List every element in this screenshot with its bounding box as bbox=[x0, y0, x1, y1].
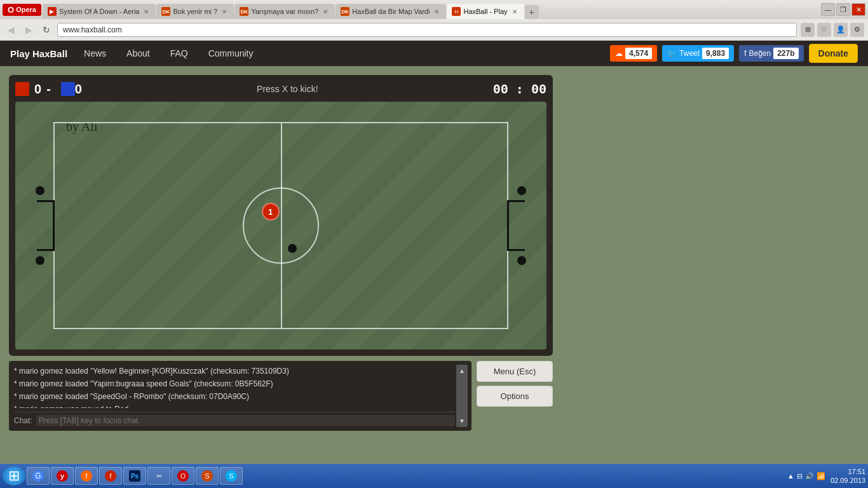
chat-message-3: * mario gomez loaded "SpeedGol - RPombo"… bbox=[14, 390, 466, 403]
minimize-button[interactable]: — bbox=[821, 3, 835, 16]
tab-haxplay[interactable]: H HaxBall - Play ✕ bbox=[447, 4, 524, 19]
maximize-button[interactable]: ❐ bbox=[836, 3, 850, 16]
tab-bok[interactable]: DK Bok yenir mi ? ✕ bbox=[156, 4, 234, 19]
ps-icon: Ps bbox=[129, 470, 140, 482]
taskbar-app-opera-y[interactable]: y bbox=[51, 467, 74, 485]
taskbar-app-firefox2[interactable]: f bbox=[99, 467, 122, 485]
tab-title-yarisma: Yarışmaya var mısın? bbox=[251, 8, 318, 15]
chat-messages: * mario gomez loaded "Yellow! Beginner-[… bbox=[14, 365, 466, 408]
url-bar[interactable]: www.haxball.com bbox=[57, 23, 797, 37]
social-buttons: ☁ 4,574 🐦 Tweet 9,883 f Beğen 227b Donat… bbox=[610, 44, 858, 63]
tab-close-yarisma[interactable]: ✕ bbox=[321, 7, 330, 16]
window-controls: — ❐ ✕ bbox=[821, 3, 865, 16]
facebook-button[interactable]: f Beğen 227b bbox=[739, 45, 803, 62]
user-icon[interactable]: 👤 bbox=[834, 23, 848, 37]
heart-icon[interactable]: ♡ bbox=[817, 23, 831, 37]
ball bbox=[288, 244, 297, 253]
firefox-icon: f bbox=[81, 470, 92, 482]
url-text: www.haxball.com bbox=[63, 25, 122, 34]
taskbar-system-icons: ▲ ⊟ 🔊 📶 bbox=[787, 472, 825, 480]
site-nav: Play HaxBall News About FAQ Community ☁ … bbox=[0, 41, 868, 66]
taskbar-time: 17:51 bbox=[831, 467, 865, 476]
taskbar-right: ▲ ⊟ 🔊 📶 17:51 02.09.2013 bbox=[787, 467, 865, 485]
taskbar-app-opera-o[interactable]: O bbox=[172, 467, 194, 485]
nav-faq[interactable]: FAQ bbox=[161, 44, 197, 62]
taskbar-app-sourcefire[interactable]: S bbox=[196, 467, 219, 485]
soundcloud-icon: ☁ bbox=[615, 49, 623, 58]
chat-message-2: * mario gomez loaded "Yapim:bugraaa spee… bbox=[14, 377, 466, 390]
chat-message-4: * mario gomez was moved to Red bbox=[14, 403, 466, 408]
taskbar-app-chrome[interactable]: G bbox=[27, 467, 50, 485]
back-button[interactable]: ◀ bbox=[4, 23, 18, 37]
apps-icon[interactable]: ⊞ bbox=[801, 23, 815, 37]
tab-haxmap[interactable]: DK HaxBall da Bir Map Vardi ✕ bbox=[336, 4, 446, 19]
tab-close-soad[interactable]: ✕ bbox=[142, 7, 151, 16]
opera-menu-button[interactable]: O Opera bbox=[3, 4, 41, 16]
start-button[interactable]: ⊞ bbox=[3, 466, 25, 485]
tab-close-haxplay[interactable]: ✕ bbox=[510, 7, 519, 16]
close-button[interactable]: ✕ bbox=[851, 3, 865, 16]
goal-left bbox=[37, 200, 55, 251]
chat-label: Chat: bbox=[14, 416, 32, 425]
menu-button[interactable]: Menu (Esc) bbox=[477, 361, 553, 382]
opera-label: Opera bbox=[16, 6, 36, 13]
donate-button[interactable]: Donate bbox=[809, 44, 858, 63]
address-bar: ◀ ▶ ↻ www.haxball.com ⊞ ♡ 👤 ⚙ bbox=[0, 19, 868, 41]
tweet-button[interactable]: 🐦 Tweet 9,883 bbox=[662, 45, 734, 62]
taskbar-app-skype[interactable]: S bbox=[220, 467, 243, 485]
chat-input[interactable] bbox=[36, 415, 455, 426]
chat-input-row: Chat: ▼ bbox=[14, 412, 466, 426]
new-tab-button[interactable]: + bbox=[525, 5, 539, 19]
tab-close-haxmap[interactable]: ✕ bbox=[432, 7, 441, 16]
player-red-1: 1 bbox=[262, 203, 280, 220]
taskbar-arrow-icon: ▲ bbox=[787, 472, 794, 480]
tab-favicon-haxmap: DK bbox=[341, 7, 349, 16]
chat-scroll[interactable]: ▲ ▼ bbox=[456, 365, 468, 427]
taskbar-app-ps[interactable]: Ps bbox=[123, 467, 146, 485]
tab-favicon-bok: DK bbox=[161, 7, 170, 16]
twitter-icon: 🐦 bbox=[667, 49, 677, 58]
game-container: 0 - 0 Press X to kick! 00 : 00 by Ali bbox=[9, 75, 553, 356]
nav-about[interactable]: About bbox=[118, 44, 159, 62]
post-left-bottom bbox=[36, 256, 44, 265]
post-right-bottom bbox=[517, 256, 526, 265]
opera-y-icon: y bbox=[57, 470, 68, 482]
refresh-button[interactable]: ↻ bbox=[39, 23, 53, 37]
red-team-indicator bbox=[15, 82, 29, 96]
post-left-top bbox=[36, 186, 44, 195]
taskbar-app-firefox[interactable]: f bbox=[75, 467, 98, 485]
tab-yarisma[interactable]: DK Yarışmaya var mısın? ✕ bbox=[234, 4, 335, 19]
tab-title-haxplay: HaxBall - Play bbox=[463, 8, 507, 15]
tab-title-bok: Bok yenir mi ? bbox=[173, 8, 217, 15]
tab-favicon-yarisma: DK bbox=[240, 7, 248, 16]
site-logo[interactable]: Play HaxBall bbox=[10, 48, 67, 59]
tab-soad[interactable]: ▶ System Of A Down - Aeria ✕ bbox=[43, 4, 156, 19]
skype-icon: S bbox=[226, 470, 237, 482]
soundcloud-count: 4,574 bbox=[625, 48, 652, 59]
nav-news[interactable]: News bbox=[75, 44, 115, 62]
taskbar-sound-icon: 🔊 bbox=[805, 472, 814, 480]
game-field[interactable]: by Ali bbox=[15, 102, 546, 349]
goal-right bbox=[507, 200, 525, 251]
blue-team-indicator bbox=[61, 82, 75, 96]
opera-o-icon: O bbox=[177, 470, 189, 482]
taskbar-signal-icon: 📶 bbox=[817, 472, 825, 480]
taskbar-clock: 17:51 02.09.2013 bbox=[831, 467, 865, 485]
forward-button[interactable]: ▶ bbox=[22, 23, 36, 37]
tab-close-bok[interactable]: ✕ bbox=[220, 7, 229, 16]
post-right-top bbox=[517, 186, 526, 195]
soundcloud-button[interactable]: ☁ 4,574 bbox=[610, 45, 657, 62]
tab-favicon-soad: ▶ bbox=[48, 7, 57, 16]
settings-icon[interactable]: ⚙ bbox=[850, 23, 864, 37]
opera-icon: O bbox=[8, 5, 14, 15]
tab-title-soad: System Of A Down - Aeria bbox=[59, 8, 140, 15]
nav-community[interactable]: Community bbox=[200, 44, 262, 62]
center-circle bbox=[243, 187, 319, 264]
tweet-label: Tweet bbox=[679, 49, 700, 58]
game-area: 0 - 0 Press X to kick! 00 : 00 by Ali bbox=[9, 75, 859, 431]
taskbar-network-icon: ⊟ bbox=[797, 472, 803, 480]
taskbar-app-scissors[interactable]: ✂ bbox=[147, 467, 170, 485]
sourcefire-icon: S bbox=[201, 470, 213, 482]
tab-favicon-haxplay: H bbox=[452, 7, 461, 16]
options-button[interactable]: Options bbox=[477, 386, 553, 407]
